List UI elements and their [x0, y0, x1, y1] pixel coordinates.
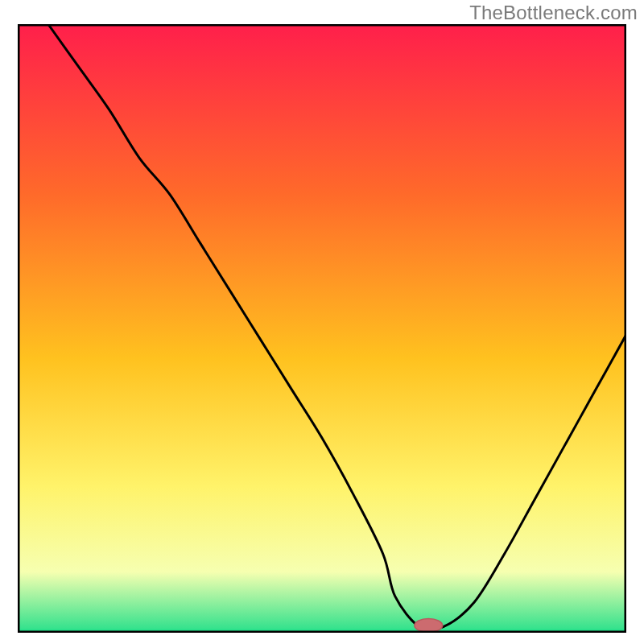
optimal-marker: [415, 619, 443, 633]
heatmap-background: [18, 24, 626, 633]
chart-root: TheBottleneck.com: [0, 0, 644, 644]
attribution-watermark: TheBottleneck.com: [469, 2, 638, 24]
plot-area: [18, 24, 626, 633]
bottleneck-chart: [18, 24, 626, 633]
